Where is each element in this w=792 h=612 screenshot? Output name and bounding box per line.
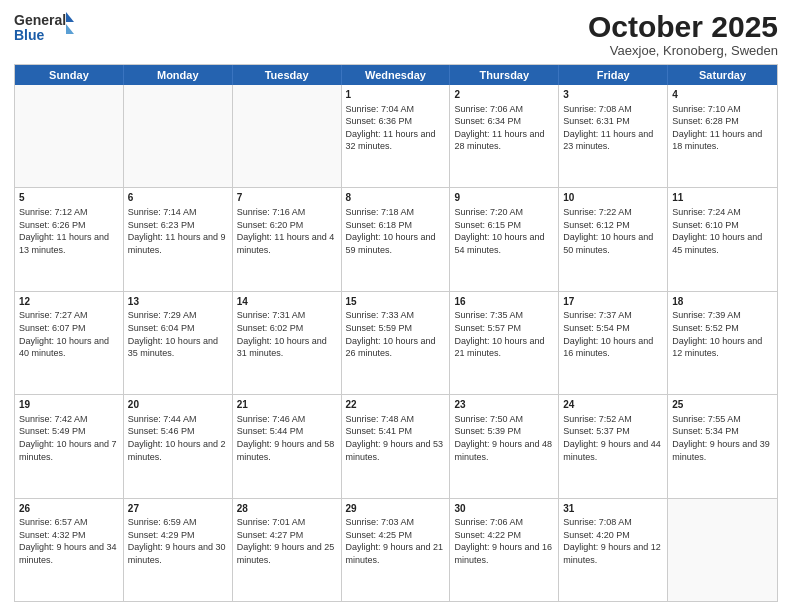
cell-info: Sunrise: 7:06 AMSunset: 4:22 PMDaylight:… [454,516,554,566]
cell-info: Sunrise: 7:50 AMSunset: 5:39 PMDaylight:… [454,413,554,463]
cell-info: Sunrise: 7:24 AMSunset: 6:10 PMDaylight:… [672,206,773,256]
calendar-cell: 23Sunrise: 7:50 AMSunset: 5:39 PMDayligh… [450,395,559,497]
calendar-body: 1Sunrise: 7:04 AMSunset: 6:36 PMDaylight… [15,85,777,601]
calendar-cell: 15Sunrise: 7:33 AMSunset: 5:59 PMDayligh… [342,292,451,394]
logo-icon: GeneralBlue [14,10,74,48]
day-number: 15 [346,295,446,309]
calendar-cell: 8Sunrise: 7:18 AMSunset: 6:18 PMDaylight… [342,188,451,290]
calendar-cell: 31Sunrise: 7:08 AMSunset: 4:20 PMDayligh… [559,499,668,601]
day-number: 3 [563,88,663,102]
cell-info: Sunrise: 7:29 AMSunset: 6:04 PMDaylight:… [128,309,228,359]
calendar-cell: 9Sunrise: 7:20 AMSunset: 6:15 PMDaylight… [450,188,559,290]
cell-info: Sunrise: 7:39 AMSunset: 5:52 PMDaylight:… [672,309,773,359]
day-number: 13 [128,295,228,309]
calendar-cell: 26Sunrise: 6:57 AMSunset: 4:32 PMDayligh… [15,499,124,601]
cell-info: Sunrise: 7:08 AMSunset: 6:31 PMDaylight:… [563,103,663,153]
day-number: 1 [346,88,446,102]
calendar-row: 26Sunrise: 6:57 AMSunset: 4:32 PMDayligh… [15,499,777,601]
cell-info: Sunrise: 7:52 AMSunset: 5:37 PMDaylight:… [563,413,663,463]
day-number: 14 [237,295,337,309]
calendar-cell: 12Sunrise: 7:27 AMSunset: 6:07 PMDayligh… [15,292,124,394]
day-number: 11 [672,191,773,205]
calendar-cell: 28Sunrise: 7:01 AMSunset: 4:27 PMDayligh… [233,499,342,601]
cell-info: Sunrise: 7:55 AMSunset: 5:34 PMDaylight:… [672,413,773,463]
cell-info: Sunrise: 7:08 AMSunset: 4:20 PMDaylight:… [563,516,663,566]
weekday-header: Sunday [15,65,124,85]
day-number: 21 [237,398,337,412]
day-number: 30 [454,502,554,516]
day-number: 26 [19,502,119,516]
day-number: 8 [346,191,446,205]
day-number: 19 [19,398,119,412]
cell-info: Sunrise: 7:35 AMSunset: 5:57 PMDaylight:… [454,309,554,359]
calendar-row: 1Sunrise: 7:04 AMSunset: 6:36 PMDaylight… [15,85,777,188]
day-number: 25 [672,398,773,412]
calendar-cell: 7Sunrise: 7:16 AMSunset: 6:20 PMDaylight… [233,188,342,290]
cell-info: Sunrise: 7:20 AMSunset: 6:15 PMDaylight:… [454,206,554,256]
day-number: 2 [454,88,554,102]
calendar-row: 19Sunrise: 7:42 AMSunset: 5:49 PMDayligh… [15,395,777,498]
cell-info: Sunrise: 7:18 AMSunset: 6:18 PMDaylight:… [346,206,446,256]
day-number: 18 [672,295,773,309]
day-number: 17 [563,295,663,309]
calendar-cell: 19Sunrise: 7:42 AMSunset: 5:49 PMDayligh… [15,395,124,497]
calendar-cell: 18Sunrise: 7:39 AMSunset: 5:52 PMDayligh… [668,292,777,394]
calendar-cell: 27Sunrise: 6:59 AMSunset: 4:29 PMDayligh… [124,499,233,601]
weekday-header: Monday [124,65,233,85]
cell-info: Sunrise: 7:01 AMSunset: 4:27 PMDaylight:… [237,516,337,566]
cell-info: Sunrise: 7:03 AMSunset: 4:25 PMDaylight:… [346,516,446,566]
calendar-cell: 30Sunrise: 7:06 AMSunset: 4:22 PMDayligh… [450,499,559,601]
cell-info: Sunrise: 6:59 AMSunset: 4:29 PMDaylight:… [128,516,228,566]
calendar-row: 5Sunrise: 7:12 AMSunset: 6:26 PMDaylight… [15,188,777,291]
calendar-cell: 3Sunrise: 7:08 AMSunset: 6:31 PMDaylight… [559,85,668,187]
day-number: 22 [346,398,446,412]
day-number: 27 [128,502,228,516]
cell-info: Sunrise: 6:57 AMSunset: 4:32 PMDaylight:… [19,516,119,566]
cell-info: Sunrise: 7:22 AMSunset: 6:12 PMDaylight:… [563,206,663,256]
day-number: 6 [128,191,228,205]
calendar-cell: 25Sunrise: 7:55 AMSunset: 5:34 PMDayligh… [668,395,777,497]
calendar-cell: 10Sunrise: 7:22 AMSunset: 6:12 PMDayligh… [559,188,668,290]
calendar-cell: 1Sunrise: 7:04 AMSunset: 6:36 PMDaylight… [342,85,451,187]
cell-info: Sunrise: 7:42 AMSunset: 5:49 PMDaylight:… [19,413,119,463]
logo: GeneralBlue [14,10,74,48]
cell-info: Sunrise: 7:27 AMSunset: 6:07 PMDaylight:… [19,309,119,359]
cell-info: Sunrise: 7:04 AMSunset: 6:36 PMDaylight:… [346,103,446,153]
cell-info: Sunrise: 7:16 AMSunset: 6:20 PMDaylight:… [237,206,337,256]
day-number: 20 [128,398,228,412]
day-number: 16 [454,295,554,309]
svg-marker-3 [66,24,74,34]
day-number: 31 [563,502,663,516]
weekday-header: Saturday [668,65,777,85]
weekday-header: Wednesday [342,65,451,85]
cell-info: Sunrise: 7:48 AMSunset: 5:41 PMDaylight:… [346,413,446,463]
calendar-cell [233,85,342,187]
calendar-cell: 22Sunrise: 7:48 AMSunset: 5:41 PMDayligh… [342,395,451,497]
calendar-cell: 13Sunrise: 7:29 AMSunset: 6:04 PMDayligh… [124,292,233,394]
cell-info: Sunrise: 7:31 AMSunset: 6:02 PMDaylight:… [237,309,337,359]
calendar-cell: 6Sunrise: 7:14 AMSunset: 6:23 PMDaylight… [124,188,233,290]
calendar-cell: 2Sunrise: 7:06 AMSunset: 6:34 PMDaylight… [450,85,559,187]
day-number: 23 [454,398,554,412]
calendar-cell: 17Sunrise: 7:37 AMSunset: 5:54 PMDayligh… [559,292,668,394]
page-header: GeneralBlue October 2025 Vaexjoe, Kronob… [14,10,778,58]
cell-info: Sunrise: 7:44 AMSunset: 5:46 PMDaylight:… [128,413,228,463]
day-number: 5 [19,191,119,205]
month-title: October 2025 [588,10,778,43]
day-number: 28 [237,502,337,516]
svg-marker-2 [66,12,74,22]
calendar-cell: 21Sunrise: 7:46 AMSunset: 5:44 PMDayligh… [233,395,342,497]
calendar-cell: 4Sunrise: 7:10 AMSunset: 6:28 PMDaylight… [668,85,777,187]
calendar-cell: 16Sunrise: 7:35 AMSunset: 5:57 PMDayligh… [450,292,559,394]
calendar-cell: 11Sunrise: 7:24 AMSunset: 6:10 PMDayligh… [668,188,777,290]
calendar-header: SundayMondayTuesdayWednesdayThursdayFrid… [15,65,777,85]
weekday-header: Tuesday [233,65,342,85]
location: Vaexjoe, Kronoberg, Sweden [588,43,778,58]
weekday-header: Thursday [450,65,559,85]
day-number: 12 [19,295,119,309]
day-number: 10 [563,191,663,205]
calendar-cell [124,85,233,187]
cell-info: Sunrise: 7:06 AMSunset: 6:34 PMDaylight:… [454,103,554,153]
day-number: 29 [346,502,446,516]
title-block: October 2025 Vaexjoe, Kronoberg, Sweden [588,10,778,58]
